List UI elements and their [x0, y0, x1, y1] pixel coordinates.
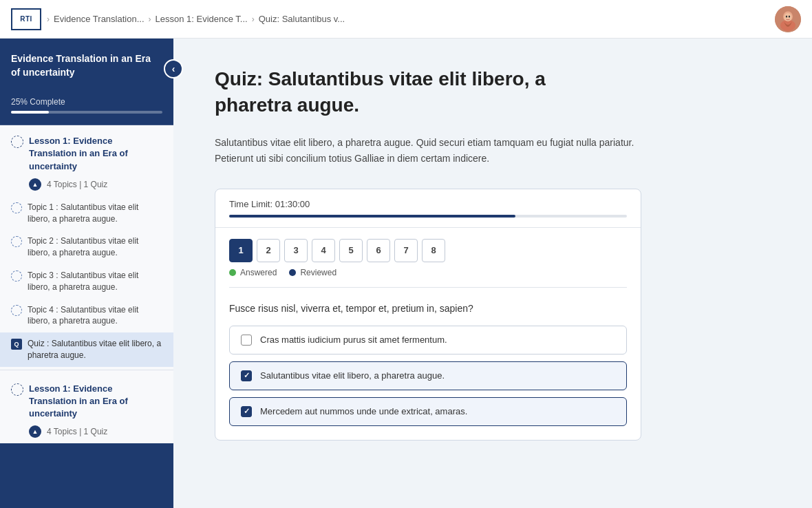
avatar-image: [775, 6, 801, 32]
lesson-2-expand-icon[interactable]: ▲: [29, 425, 41, 438]
legend-reviewed: Reviewed: [289, 268, 336, 277]
sidebar-lesson-1-header[interactable]: Lesson 1: Evidence Translation in an Era…: [0, 125, 173, 178]
answered-dot: [229, 269, 236, 276]
lesson-2-title: Lesson 1: Evidence Translation in an Era…: [29, 383, 162, 421]
quiz-item-text: Quiz : Salutantibus vitae elit libero, a…: [28, 338, 162, 361]
topic-2-text: Topic 2 : Salutantibus vitae elit libero…: [28, 235, 162, 259]
lesson-2-meta: ▲ 4 Topics | 1 Quiz: [0, 425, 173, 443]
sidebar-course-title: Evidence Translation in an Era of uncert…: [11, 52, 162, 79]
answer-option-2[interactable]: ✓ Salutantibus vitae elit libero, a phar…: [229, 361, 627, 390]
sidebar-divider-1: [0, 370, 173, 370]
breadcrumb-item-0[interactable]: Evidence Translation...: [54, 14, 145, 24]
question-nav-5[interactable]: 5: [339, 239, 363, 262]
checkbox-2-mark: ✓: [244, 371, 250, 380]
nav-legend: Answered Reviewed: [215, 262, 641, 287]
question-nav-2[interactable]: 2: [257, 239, 280, 262]
collapse-icon: ‹: [172, 63, 175, 74]
topic-4-text: Topic 4 : Salutantibus vitae elit libero…: [28, 304, 162, 328]
time-bar-fill: [229, 215, 515, 218]
topic-1-text: Topic 1 : Salutantibus vitae elit libero…: [28, 202, 162, 225]
sidebar-header: Evidence Translation in an Era of uncert…: [0, 39, 173, 90]
question-nav-4[interactable]: 4: [312, 239, 335, 262]
question-nav-6[interactable]: 6: [367, 239, 390, 262]
topic-4-icon: [11, 305, 22, 316]
sidebar-topic-1[interactable]: Topic 1 : Salutantibus vitae elit libero…: [0, 196, 173, 231]
sidebar-topic-4[interactable]: Topic 4 : Salutantibus vitae elit libero…: [0, 299, 173, 333]
answer-option-1[interactable]: Cras mattis iudicium purus sit amet ferm…: [229, 326, 627, 354]
reviewed-label: Reviewed: [300, 268, 336, 277]
sidebar-topic-2[interactable]: Topic 2 : Salutantibus vitae elit libero…: [0, 230, 173, 264]
avatar[interactable]: [775, 6, 801, 32]
sidebar-lesson-2-header[interactable]: Lesson 1: Evidence Translation in an Era…: [0, 373, 173, 426]
sidebar-quiz-item[interactable]: Q Quiz : Salutantibus vitae elit libero,…: [0, 332, 173, 367]
time-limit-label: Time Limit: 01:30:00: [229, 199, 627, 209]
quiz-title: Quiz: Salutantibus vitae elit libero, a …: [215, 66, 628, 118]
topbar: RTI › Evidence Translation... › Lesson 1…: [0, 0, 812, 39]
sidebar: Evidence Translation in an Era of uncert…: [0, 39, 173, 508]
question-nav-3[interactable]: 3: [284, 239, 308, 262]
checkbox-3[interactable]: ✓: [241, 406, 252, 417]
legend-answered: Answered: [229, 268, 277, 277]
progress-bar-fill: [11, 111, 49, 114]
lesson-2-meta-text: 4 Topics | 1 Quiz: [47, 427, 107, 436]
question-nav-1[interactable]: 1: [229, 239, 253, 262]
answer-text-3: Mercedem aut nummos unde unde extricat, …: [260, 406, 467, 416]
checkbox-3-mark: ✓: [244, 407, 250, 416]
breadcrumb-item-2[interactable]: Quiz: Salutantibus v...: [259, 14, 345, 24]
topic-3-icon: [11, 271, 22, 282]
sidebar-topic-3[interactable]: Topic 3 : Salutantibus vitae elit libero…: [0, 264, 173, 299]
lesson-1-icon: [11, 136, 23, 148]
checkbox-2[interactable]: ✓: [241, 370, 252, 381]
question-nav-7[interactable]: 7: [394, 239, 418, 262]
sidebar-collapse-button[interactable]: ‹: [164, 59, 183, 78]
lesson-2-icon: [11, 383, 23, 396]
breadcrumb: › Evidence Translation... › Lesson 1: Ev…: [47, 14, 345, 24]
lesson-1-meta: ▲ 4 Topics | 1 Quiz: [0, 178, 173, 196]
answer-text-1: Cras mattis iudicium purus sit amet ferm…: [260, 335, 447, 345]
topic-3-text: Topic 3 : Salutantibus vitae elit libero…: [28, 270, 162, 293]
breadcrumb-item-1[interactable]: Lesson 1: Evidence T...: [156, 14, 248, 24]
logo[interactable]: RTI: [11, 8, 41, 30]
sidebar-content: Lesson 1: Evidence Translation in an Era…: [0, 125, 173, 443]
time-bar-background: [229, 215, 627, 218]
breadcrumb-sep-2: ›: [252, 14, 255, 24]
question-navigation: 1 2 3 4 5 6 7 8: [215, 228, 641, 262]
quiz-card: Time Limit: 01:30:00 1 2 3 4 5 6 7 8 Ans: [215, 189, 641, 441]
svg-point-5: [789, 15, 790, 17]
question-text: Fusce risus nisl, viverra et, tempor et,…: [215, 288, 641, 326]
rti-logo-box: RTI: [11, 8, 41, 30]
question-nav-8[interactable]: 8: [422, 239, 445, 262]
time-limit-section: Time Limit: 01:30:00: [215, 189, 641, 228]
topic-2-icon: [11, 236, 22, 247]
topic-1-icon: [11, 202, 22, 213]
svg-point-4: [786, 15, 787, 17]
answer-option-3[interactable]: ✓ Mercedem aut nummos unde unde extricat…: [229, 397, 627, 426]
quiz-item-icon: Q: [11, 339, 22, 350]
breadcrumb-sep-0: ›: [47, 14, 50, 24]
progress-label: 25% Complete: [11, 97, 162, 107]
progress-bar-background: [11, 111, 162, 114]
logo-text: RTI: [20, 15, 32, 23]
main-content: Quiz: Salutantibus vitae elit libero, a …: [173, 39, 812, 508]
layout: Evidence Translation in an Era of uncert…: [0, 39, 812, 508]
checkbox-1[interactable]: [241, 335, 252, 346]
lesson-1-expand-icon[interactable]: ▲: [29, 178, 41, 191]
lesson-1-meta-text: 4 Topics | 1 Quiz: [47, 180, 107, 189]
breadcrumb-sep-1: ›: [149, 14, 151, 24]
answer-text-2: Salutantibus vitae elit libero, a pharet…: [260, 370, 445, 381]
reviewed-dot: [289, 269, 296, 276]
quiz-description: Salutantibus vitae elit libero, a pharet…: [215, 135, 641, 167]
lesson-1-title: Lesson 1: Evidence Translation in an Era…: [29, 135, 162, 173]
answered-label: Answered: [240, 268, 277, 277]
sidebar-progress: 25% Complete: [0, 90, 173, 125]
